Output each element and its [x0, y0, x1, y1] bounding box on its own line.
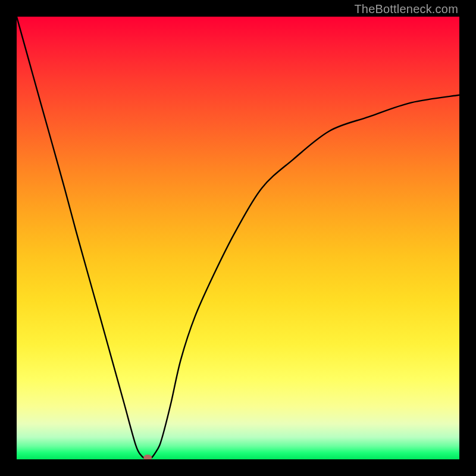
curve-layer: [17, 17, 459, 459]
minimum-marker: [143, 455, 152, 459]
plot-area: [17, 17, 459, 459]
chart-frame: TheBottleneck.com: [0, 0, 476, 476]
bottleneck-curve: [17, 17, 459, 459]
watermark-label: TheBottleneck.com: [354, 2, 458, 16]
